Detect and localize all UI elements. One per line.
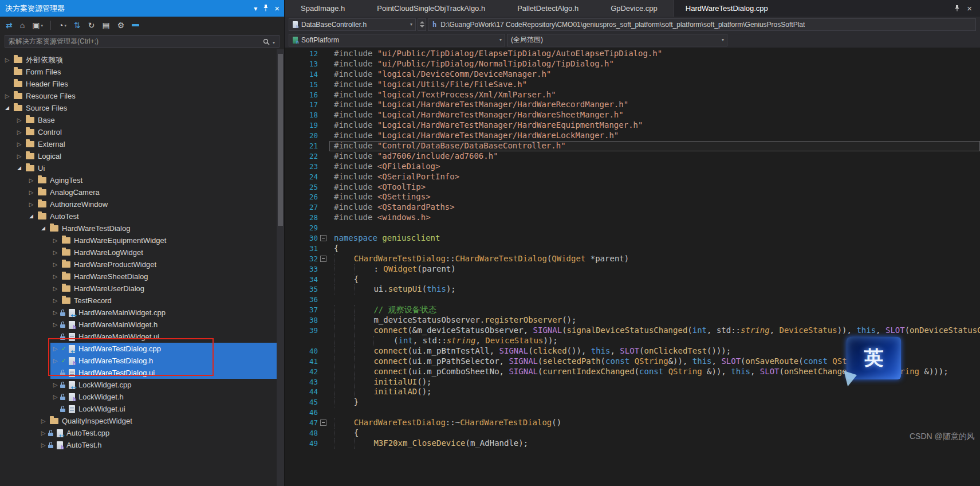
tree-item-Header Files[interactable]: Header Files (0, 78, 284, 90)
tab-SpadImage.h[interactable]: SpadImage.h (285, 0, 361, 17)
expand-arrow-icon[interactable]: ▷ (50, 258, 60, 271)
tree-item-HardWareEquipmentWidget[interactable]: ▷HardWareEquipmentWidget (0, 234, 284, 246)
expand-arrow-icon[interactable]: ▷ (38, 427, 48, 439)
expand-arrow-icon[interactable]: ▷ (50, 307, 60, 319)
tree-item-HardWareTestDialog.ui[interactable]: HardWareTestDialog.ui (0, 367, 284, 379)
expand-arrow-icon[interactable]: ▷ (14, 114, 24, 126)
tree-item-LockWidget.cpp[interactable]: ▷LockWidget.cpp (0, 379, 284, 391)
search-options-chevron-icon[interactable]: ▾ (273, 40, 275, 45)
tree-item-AutoTest.cpp[interactable]: ▷AutoTest.cpp (0, 427, 284, 439)
tree-item-HardWareTestDialog[interactable]: ◢HardWareTestDialog (0, 222, 284, 234)
close-icon[interactable]: × (965, 3, 974, 13)
tree-item-HardWareTestDialog.h[interactable]: ▷✓HardWareTestDialog.h (0, 355, 284, 367)
expand-arrow-icon[interactable]: ▷ (14, 126, 24, 138)
collapse-all-icon[interactable]: ▤ (102, 21, 109, 29)
tree-scrollbar[interactable] (277, 49, 284, 486)
switch-views-icon[interactable]: ▣▾ (32, 21, 43, 29)
refresh-icon[interactable]: ↻ (88, 21, 95, 29)
expand-arrow-icon[interactable]: ▷ (38, 439, 48, 451)
tree-item-HardWareUserDialog[interactable]: ▷HardWareUserDialog (0, 283, 284, 295)
collapse-arrow-icon[interactable]: ◢ (26, 210, 36, 222)
blue-dash-icon[interactable] (132, 24, 139, 26)
tree-item-Logical[interactable]: ▷Logical (0, 150, 284, 162)
tree-item-HardWareMainWidget.cpp[interactable]: ▷HardWareMainWidget.cpp (0, 307, 284, 319)
expand-arrow-icon[interactable]: ▷ (26, 198, 36, 210)
spinner-up-icon[interactable] (420, 21, 424, 23)
expand-arrow-icon[interactable]: ▷ (50, 319, 60, 331)
code-editor[interactable]: 12#include "ui/Public/TipDialog/ElapseTi… (285, 48, 980, 486)
sync-with-active-document-icon[interactable]: ⇅ (74, 21, 81, 29)
search-icon[interactable] (263, 37, 270, 48)
expand-arrow-icon[interactable]: ▷ (50, 295, 60, 307)
tree-item-HardWareMainWidget.ui[interactable]: HardWareMainWidget.ui (0, 331, 284, 343)
tab-PointCloudSingleObjTrackAlgo.h[interactable]: PointCloudSingleObjTrackAlgo.h (361, 0, 501, 17)
spinner-down-icon[interactable] (420, 25, 424, 28)
expand-arrow-icon[interactable]: ▷ (14, 150, 24, 162)
tree-item-HardWareMainWidget.h[interactable]: ▷HardWareMainWidget.h (0, 319, 284, 331)
tree-item-AnalogCamera[interactable]: ▷AnalogCamera (0, 186, 284, 198)
tab-HardWareTestDialog.cpp[interactable]: HardWareTestDialog.cpp× (674, 0, 980, 17)
expand-arrow-icon[interactable]: ▷ (50, 355, 60, 367)
back-forward-icon[interactable]: ⇄ (6, 21, 13, 29)
tree-item-AuthorizeWindow[interactable]: ▷AuthorizeWindow (0, 198, 284, 210)
tree-item-AutoTest.h[interactable]: ▷AutoTest.h (0, 439, 284, 451)
tree-item-Base[interactable]: ▷Base (0, 114, 284, 126)
expand-arrow-icon[interactable]: ▷ (50, 283, 60, 295)
chevron-down-icon[interactable]: ▾ (254, 5, 257, 12)
tree-item-TestRecord[interactable]: ▷TestRecord (0, 295, 284, 307)
tab-PalletDetectAlgo.h[interactable]: PalletDetectAlgo.h (501, 0, 595, 17)
scope-dropdown[interactable]: (全局范围) ▾ (507, 34, 727, 46)
home-icon[interactable]: ⌂ (20, 21, 25, 29)
expand-arrow-icon[interactable]: ▷ (2, 54, 12, 66)
pin-icon[interactable] (954, 5, 960, 11)
collapse-arrow-icon[interactable]: ◢ (14, 162, 24, 174)
tree-item-AutoTest[interactable]: ◢AutoTest (0, 210, 284, 222)
expand-arrow-icon[interactable]: ▷ (50, 391, 60, 403)
tree-item-HardWareLogWidget[interactable]: ▷HardWareLogWidget (0, 246, 284, 258)
expand-arrow-icon[interactable]: ▷ (26, 186, 36, 198)
tree-item-LockWidget.h[interactable]: ▷LockWidget.h (0, 391, 284, 403)
tree-item-Control[interactable]: ▷Control (0, 126, 284, 138)
ime-overlay[interactable]: 英 (847, 337, 901, 379)
fold-marker[interactable] (318, 254, 329, 264)
line-number: 34 (285, 275, 318, 285)
expand-arrow-icon[interactable]: ▷ (38, 415, 48, 427)
expand-arrow-icon[interactable]: ▷ (50, 246, 60, 258)
expand-arrow-icon[interactable]: ▷ (14, 138, 24, 150)
tree-item-QualityInspectWidget[interactable]: ▷QualityInspectWidget (0, 415, 284, 427)
expand-arrow-icon[interactable]: ▷ (50, 379, 60, 391)
nav-spinner[interactable] (418, 18, 426, 31)
tree-item-HardWareProductWidget[interactable]: ▷HardWareProductWidget (0, 258, 284, 271)
tree-item-HardWareTestDialog.cpp[interactable]: ▷✓HardWareTestDialog.cpp (0, 343, 284, 355)
expand-arrow-icon[interactable]: ▷ (50, 234, 60, 246)
tree-item-AgingTest[interactable]: ▷AgingTest (0, 174, 284, 186)
tree-item-External[interactable]: ▷External (0, 138, 284, 150)
project-dropdown[interactable]: SoftPlatform ▾ (289, 34, 505, 46)
tree-item-Form Files[interactable]: Form Files (0, 66, 284, 78)
tree-item-HardWareSheetDialog[interactable]: ▷HardWareSheetDialog (0, 271, 284, 283)
fold-marker[interactable] (318, 233, 329, 244)
panel-title-bar[interactable]: 决方案资源管理器 ▾ × (0, 0, 284, 17)
properties-wrench-icon[interactable]: ⚙ (117, 21, 125, 29)
tree-item-Source Files[interactable]: ◢Source Files (0, 102, 284, 114)
scrollbar-thumb[interactable] (278, 54, 283, 226)
line-number: 48 (285, 428, 318, 438)
tab-GpDevice.cpp[interactable]: GpDevice.cpp (595, 0, 674, 17)
fold-marker[interactable] (318, 418, 329, 428)
member-dropdown[interactable]: DataBaseController.h ▾ (289, 18, 416, 31)
tree-item-外部依赖项[interactable]: ▷外部依赖项 (0, 54, 284, 66)
expand-arrow-icon[interactable]: ▷ (50, 343, 60, 355)
pin-icon[interactable] (263, 5, 269, 13)
expand-arrow-icon[interactable]: ▷ (2, 90, 12, 102)
search-input[interactable] (5, 35, 280, 48)
tree-item-Resource Files[interactable]: ▷Resource Files (0, 90, 284, 102)
tree-item-Ui[interactable]: ◢Ui (0, 162, 284, 174)
file-path-bar[interactable]: h D:\GuangPoWork\17 CodeRepository\CMO01… (428, 18, 976, 31)
close-icon[interactable]: × (274, 4, 280, 13)
collapse-arrow-icon[interactable]: ◢ (38, 222, 48, 234)
expand-arrow-icon[interactable]: ▷ (50, 271, 60, 283)
collapse-arrow-icon[interactable]: ◢ (2, 102, 12, 114)
pending-changes-filter-icon[interactable]: ◔▾ (58, 21, 66, 29)
tree-item-LockWidget.ui[interactable]: LockWidget.ui (0, 403, 284, 415)
expand-arrow-icon[interactable]: ▷ (26, 174, 36, 186)
